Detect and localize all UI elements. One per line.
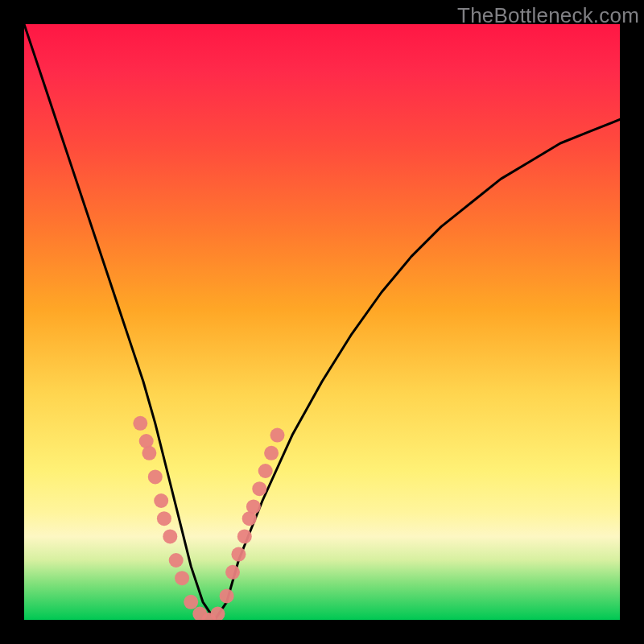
marker-dot: [252, 481, 266, 496]
plot-area: [24, 24, 620, 620]
marker-dot: [133, 416, 147, 431]
marker-dot: [142, 446, 156, 460]
watermark-text: TheBottleneck.com: [457, 3, 639, 28]
marker-dot: [184, 595, 198, 609]
marker-dot: [258, 464, 273, 478]
marker-dot: [175, 571, 189, 585]
marker-dot: [154, 493, 168, 508]
marker-dot: [157, 511, 171, 526]
marker-dot: [148, 469, 163, 484]
marker-dot: [237, 529, 252, 543]
marker-group: [133, 416, 284, 620]
chart-frame: TheBottleneck.com: [0, 0, 644, 644]
marker-dot: [264, 446, 279, 460]
bottleneck-curve-path: [24, 24, 620, 620]
marker-dot: [220, 588, 234, 603]
marker-dot: [169, 553, 184, 568]
marker-dot: [270, 428, 285, 443]
marker-dot: [231, 547, 246, 562]
marker-dot: [246, 499, 261, 514]
marker-dot: [225, 565, 240, 580]
bottleneck-curve-svg: [24, 24, 620, 620]
marker-dot: [163, 529, 177, 543]
